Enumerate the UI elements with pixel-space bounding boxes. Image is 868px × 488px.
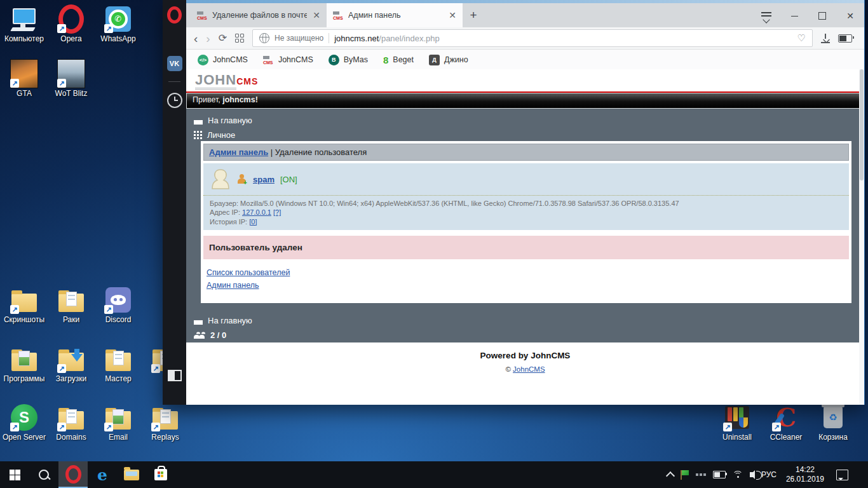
browser-chrome: CMS Удаление файлов в почте ✕ CMS Админ … [186,0,864,71]
bookmark-johncms-dev[interactable]: </> JohnCMS [198,55,248,65]
nav-home-link[interactable]: На главную [194,116,857,125]
ip-link[interactable]: 127.0.0.1 [242,208,271,216]
tray-volume-icon[interactable] [750,472,754,477]
status-message: Пользователь удален [203,236,849,259]
home-icon [194,116,203,125]
nav-personal-link[interactable]: Личное [194,130,857,140]
desktop-icon-domains[interactable]: ↗ Domains [48,403,95,442]
copyright-line: © JohnCMS [186,365,864,373]
admin-panel-link[interactable]: Админ панель [207,279,259,292]
bookmark-beget[interactable]: 8 Beget [383,55,414,65]
security-badge[interactable]: Не защищено [275,34,323,43]
desktop-icon-replays[interactable]: ↗ Replays [142,403,189,442]
desktop-icon-wot-blitz[interactable]: ↗ WoT Blitz [48,60,95,98]
tray-flag-icon[interactable] [681,470,689,480]
history-icon[interactable] [163,93,186,108]
johncms-footer-link[interactable]: JohnCMS [513,365,545,373]
desktop-icon-opera[interactable]: ↗ Opera [48,5,95,43]
avatar [210,168,231,190]
desktop-icon-master[interactable]: Мастер [95,345,142,383]
taskbar-edge-button[interactable]: e [88,461,117,488]
user-add-icon: + [237,174,247,184]
tab-bar: CMS Удаление файлов в почте ✕ CMS Админ … [186,3,864,27]
tab-menu-icon[interactable] [752,9,780,23]
powered-by: Powered by JohnCMS [186,351,864,360]
code-icon: </> [198,55,208,65]
start-button[interactable] [0,461,29,488]
desktop-icon-ccleaner[interactable]: C ↗ CCleaner [763,403,810,442]
ip-help-link[interactable]: [?] [273,208,281,216]
close-button[interactable]: ✕ [836,9,864,23]
bookmark-jino[interactable]: Д Джино [429,55,468,65]
speed-dial-icon[interactable] [235,34,244,43]
tray-wifi-icon[interactable] [733,471,743,478]
online-counter[interactable]: 2 / 0 [194,330,857,340]
shortcut-arrow-icon: ↗ [57,423,66,431]
folder-icon [105,353,131,371]
desktop-icon-recycle-bin[interactable]: ♻ Корзина [810,403,857,442]
sidebar-setup-icon[interactable] [163,370,186,381]
back-icon[interactable]: ‹ [194,32,198,44]
johncms-favicon: CMS [333,11,344,20]
desktop-icon-downloads[interactable]: ↗ Загрузки [48,345,95,383]
tray-battery-icon[interactable] [713,471,726,478]
address-toolbar: ‹ › ⟳ Не защищено johncms.net/panel/inde… [186,27,864,50]
folder-icon [58,294,84,312]
site-footer: Powered by JohnCMS © JohnCMS [186,342,864,405]
maximize-button[interactable] [808,9,836,23]
shortcut-arrow-icon: ↗ [151,423,160,431]
tray-dots-icon[interactable] [696,473,706,476]
clock-time: 14:22 [786,465,824,475]
language-indicator[interactable]: РУС [761,470,776,479]
shortcut-arrow-icon: ↗ [104,305,113,314]
bottom-nav: На главную 2 / 0 [186,309,864,342]
taskbar-explorer-button[interactable] [117,461,146,488]
notification-center-icon[interactable] [836,470,848,480]
page-scrollbar[interactable] [859,69,864,405]
vk-sidebar-icon[interactable]: VK [163,56,186,71]
reload-icon[interactable]: ⟳ [219,33,227,43]
battery-saver-icon[interactable] [838,34,852,43]
taskbar-store-button[interactable] [146,461,175,488]
desktop-icon-discord[interactable]: ↗ Discord [95,286,142,324]
close-tab-icon[interactable]: ✕ [447,10,458,20]
close-tab-icon[interactable]: ✕ [311,10,322,20]
greeting-bar: Привет, johncms! [186,93,864,109]
shortcut-arrow-icon: ↗ [10,305,19,314]
bookmark-bymas[interactable]: B ByMas [329,55,368,65]
forward-icon[interactable]: › [206,32,210,44]
ip-history-link[interactable]: [0] [249,218,257,226]
user-name-link[interactable]: spam [253,175,275,184]
user-list-link[interactable]: Список пользователей [207,266,290,279]
desktop-icon-uninstall[interactable]: ↗ Uninstall [714,403,761,442]
opera-sidebar: VK [163,0,186,405]
footer-home-link[interactable]: На главную [194,316,857,325]
tray-expand-icon[interactable] [666,471,675,480]
shortcut-arrow-icon: ↗ [104,423,113,431]
downloads-icon[interactable] [821,34,830,43]
scrollbar-thumb[interactable] [860,69,864,180]
minimize-button[interactable] [780,9,808,23]
desktop-icon-whatsapp[interactable]: ✆ ↗ WhatsApp [95,5,142,43]
bookmark-johncms[interactable]: CMS JohnCMS [263,55,313,65]
taskbar-search-icon[interactable] [29,461,58,488]
desktop-icon-gta[interactable]: ↗ GTA [1,60,48,98]
tab-mail-files[interactable]: CMS Удаление файлов в почте ✕ [191,3,327,27]
desktop-icon-open-server[interactable]: S ↗ Open Server [1,403,48,442]
taskbar-opera-button[interactable] [58,461,88,488]
tab-admin-panel[interactable]: CMS Админ панель ✕ [327,3,463,27]
desktop-icon-screenshots[interactable]: ↗ Скриншоты [1,286,48,324]
desktop-icon-raki[interactable]: Раки [48,286,95,324]
new-tab-button[interactable]: + [463,3,484,27]
admin-panel-link[interactable]: Админ панель [209,147,268,157]
bookmark-heart-icon[interactable]: ♡ [797,32,806,44]
taskbar-clock[interactable]: 14:22 26.01.2019 [783,465,827,484]
desktop-icon-email[interactable]: ↗ Email [95,403,142,442]
address-bar[interactable]: Не защищено johncms.net/panel/index.php … [252,29,813,47]
opera-logo-icon[interactable] [163,6,186,24]
desktop-icon-computer[interactable]: Компьютер [1,5,48,43]
grid-icon [194,131,202,139]
action-links: Список пользователей Админ панель [203,259,849,301]
shortcut-arrow-icon: ↗ [104,24,113,33]
desktop-icon-programs[interactable]: Программы [1,345,48,383]
